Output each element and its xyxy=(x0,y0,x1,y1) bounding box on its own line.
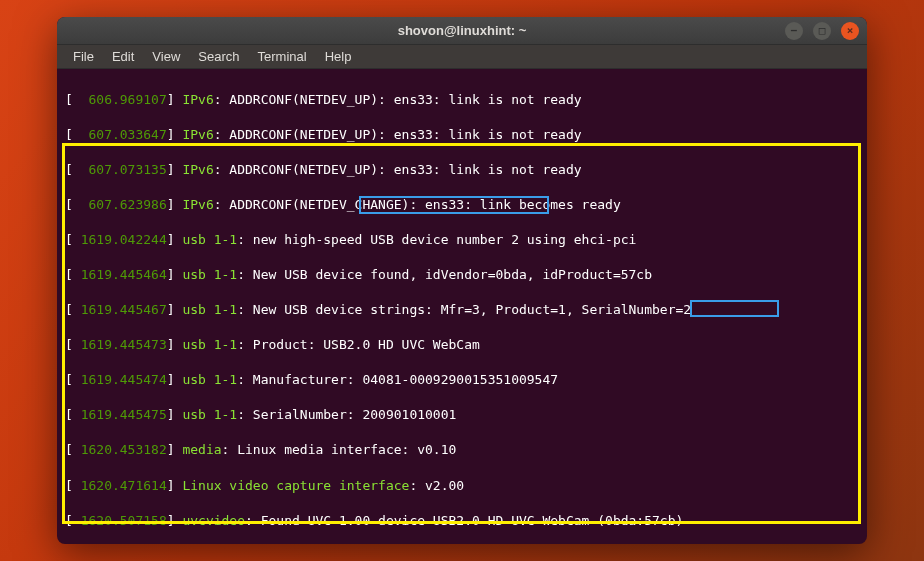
log-line: [ 1620.471614] Linux video capture inter… xyxy=(65,477,859,495)
terminal-window: shovon@linuxhint: ~ − □ × File Edit View… xyxy=(57,17,867,544)
maximize-button[interactable]: □ xyxy=(813,22,831,40)
log-line: [ 607.623986] IPv6: ADDRCONF(NETDEV_CHAN… xyxy=(65,196,859,214)
log-line: [ 607.073135] IPv6: ADDRCONF(NETDEV_UP):… xyxy=(65,161,859,179)
terminal-output[interactable]: [ 606.969107] IPv6: ADDRCONF(NETDEV_UP):… xyxy=(57,69,867,544)
menu-file[interactable]: File xyxy=(65,47,102,66)
log-line: [ 606.969107] IPv6: ADDRCONF(NETDEV_UP):… xyxy=(65,91,859,109)
log-line: [ 1619.445464] usb 1-1: New USB device f… xyxy=(65,266,859,284)
menubar: File Edit View Search Terminal Help xyxy=(57,45,867,69)
titlebar[interactable]: shovon@linuxhint: ~ − □ × xyxy=(57,17,867,45)
window-controls: − □ × xyxy=(785,22,859,40)
log-line: [ 607.033647] IPv6: ADDRCONF(NETDEV_UP):… xyxy=(65,126,859,144)
minimize-button[interactable]: − xyxy=(785,22,803,40)
log-line: [ 1619.445475] usb 1-1: SerialNumber: 20… xyxy=(65,406,859,424)
menu-view[interactable]: View xyxy=(144,47,188,66)
menu-help[interactable]: Help xyxy=(317,47,360,66)
menu-edit[interactable]: Edit xyxy=(104,47,142,66)
log-line: [ 1620.453182] media: Linux media interf… xyxy=(65,441,859,459)
window-title: shovon@linuxhint: ~ xyxy=(398,23,527,38)
menu-terminal[interactable]: Terminal xyxy=(250,47,315,66)
log-line: [ 1620.507158] uvcvideo: Found UVC 1.00 … xyxy=(65,512,859,530)
menu-search[interactable]: Search xyxy=(190,47,247,66)
log-line: [ 1619.445467] usb 1-1: New USB device s… xyxy=(65,301,859,319)
log-line: [ 1619.042244] usb 1-1: new high-speed U… xyxy=(65,231,859,249)
log-line: [ 1619.445473] usb 1-1: Product: USB2.0 … xyxy=(65,336,859,354)
close-button[interactable]: × xyxy=(841,22,859,40)
log-line: [ 1619.445474] usb 1-1: Manufacturer: 04… xyxy=(65,371,859,389)
